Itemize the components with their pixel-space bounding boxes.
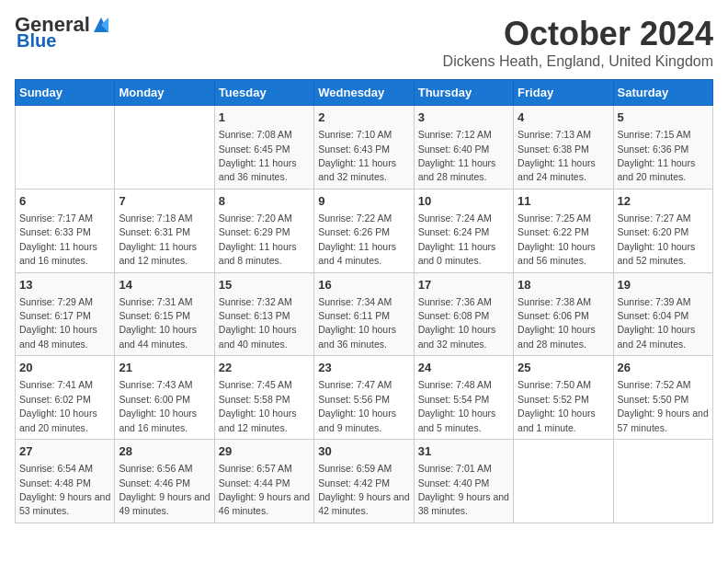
day-info: Sunrise: 7:27 AM Sunset: 6:20 PM Dayligh…: [618, 213, 696, 266]
col-header-sunday: Sunday: [16, 80, 115, 106]
day-number: 2: [318, 109, 409, 126]
day-number: 19: [618, 277, 709, 293]
day-number: 21: [119, 360, 210, 376]
main-title: October 2024: [443, 15, 713, 53]
day-info: Sunrise: 7:34 AM Sunset: 6:11 PM Dayligh…: [318, 296, 396, 350]
calendar-cell: 21Sunrise: 7:43 AM Sunset: 6:00 PM Dayli…: [115, 356, 214, 440]
day-number: 13: [19, 277, 110, 293]
calendar-cell: 17Sunrise: 7:36 AM Sunset: 6:08 PM Dayli…: [414, 272, 513, 356]
calendar-cell: 4Sunrise: 7:13 AM Sunset: 6:38 PM Daylig…: [514, 106, 613, 190]
calendar-cell: 25Sunrise: 7:50 AM Sunset: 5:52 PM Dayli…: [514, 356, 613, 440]
calendar-cell: 14Sunrise: 7:31 AM Sunset: 6:15 PM Dayli…: [115, 272, 214, 356]
day-number: 11: [518, 193, 609, 210]
day-info: Sunrise: 7:52 AM Sunset: 5:50 PM Dayligh…: [618, 379, 709, 432]
day-info: Sunrise: 7:47 AM Sunset: 5:56 PM Dayligh…: [318, 379, 396, 432]
calendar-cell: 12Sunrise: 7:27 AM Sunset: 6:20 PM Dayli…: [613, 189, 712, 272]
calendar-cell: 3Sunrise: 7:12 AM Sunset: 6:40 PM Daylig…: [414, 106, 513, 190]
day-number: 3: [418, 109, 509, 126]
day-number: 8: [219, 193, 310, 210]
logo-icon: [92, 16, 110, 34]
day-number: 22: [219, 360, 310, 376]
calendar-cell: 28Sunrise: 6:56 AM Sunset: 4:46 PM Dayli…: [115, 440, 214, 523]
day-number: 14: [119, 277, 210, 293]
calendar-cell: 11Sunrise: 7:25 AM Sunset: 6:22 PM Dayli…: [514, 189, 613, 272]
day-number: 23: [318, 360, 409, 376]
day-info: Sunrise: 7:18 AM Sunset: 6:31 PM Dayligh…: [119, 213, 197, 266]
calendar-cell: [16, 106, 115, 190]
day-info: Sunrise: 7:01 AM Sunset: 4:40 PM Dayligh…: [418, 463, 509, 516]
calendar-cell: 24Sunrise: 7:48 AM Sunset: 5:54 PM Dayli…: [414, 356, 513, 440]
calendar-cell: 5Sunrise: 7:15 AM Sunset: 6:36 PM Daylig…: [613, 106, 712, 190]
day-number: 20: [19, 360, 110, 376]
calendar-cell: 15Sunrise: 7:32 AM Sunset: 6:13 PM Dayli…: [214, 272, 313, 356]
day-info: Sunrise: 7:50 AM Sunset: 5:52 PM Dayligh…: [518, 379, 596, 432]
subtitle: Dickens Heath, England, United Kingdom: [443, 53, 713, 70]
day-number: 28: [119, 443, 210, 460]
day-info: Sunrise: 7:43 AM Sunset: 6:00 PM Dayligh…: [119, 379, 197, 432]
calendar-cell: 8Sunrise: 7:20 AM Sunset: 6:29 PM Daylig…: [214, 189, 313, 272]
calendar-cell: 22Sunrise: 7:45 AM Sunset: 5:58 PM Dayli…: [214, 356, 313, 440]
day-number: 4: [518, 109, 609, 126]
day-info: Sunrise: 7:17 AM Sunset: 6:33 PM Dayligh…: [19, 213, 97, 266]
calendar-cell: 30Sunrise: 6:59 AM Sunset: 4:42 PM Dayli…: [314, 440, 414, 523]
day-info: Sunrise: 7:48 AM Sunset: 5:54 PM Dayligh…: [418, 379, 496, 432]
day-number: 5: [618, 109, 709, 126]
calendar-week-5: 27Sunrise: 6:54 AM Sunset: 4:48 PM Dayli…: [16, 440, 713, 523]
day-info: Sunrise: 7:32 AM Sunset: 6:13 PM Dayligh…: [219, 296, 297, 350]
day-info: Sunrise: 7:13 AM Sunset: 6:38 PM Dayligh…: [518, 129, 596, 182]
calendar-cell: 2Sunrise: 7:10 AM Sunset: 6:43 PM Daylig…: [314, 106, 414, 190]
day-info: Sunrise: 6:54 AM Sunset: 4:48 PM Dayligh…: [19, 463, 110, 516]
day-number: 16: [318, 277, 409, 293]
day-number: 18: [518, 277, 609, 293]
day-info: Sunrise: 7:24 AM Sunset: 6:24 PM Dayligh…: [418, 213, 496, 266]
day-number: 30: [318, 443, 409, 460]
calendar-cell: 1Sunrise: 7:08 AM Sunset: 6:45 PM Daylig…: [214, 106, 313, 190]
calendar-header-row: SundayMondayTuesdayWednesdayThursdayFrid…: [16, 80, 713, 106]
day-info: Sunrise: 7:41 AM Sunset: 6:02 PM Dayligh…: [19, 379, 97, 432]
day-number: 1: [219, 109, 310, 126]
day-number: 31: [418, 443, 509, 460]
day-number: 12: [618, 193, 709, 210]
day-info: Sunrise: 7:15 AM Sunset: 6:36 PM Dayligh…: [618, 129, 696, 182]
calendar-week-3: 13Sunrise: 7:29 AM Sunset: 6:17 PM Dayli…: [16, 272, 713, 356]
calendar-table: SundayMondayTuesdayWednesdayThursdayFrid…: [15, 79, 713, 523]
calendar-cell: 7Sunrise: 7:18 AM Sunset: 6:31 PM Daylig…: [115, 189, 214, 272]
col-header-saturday: Saturday: [613, 80, 712, 106]
calendar-cell: 19Sunrise: 7:39 AM Sunset: 6:04 PM Dayli…: [613, 272, 712, 356]
calendar-cell: 10Sunrise: 7:24 AM Sunset: 6:24 PM Dayli…: [414, 189, 513, 272]
logo: General Blue: [15, 15, 110, 50]
day-info: Sunrise: 7:38 AM Sunset: 6:06 PM Dayligh…: [518, 296, 596, 350]
day-number: 26: [618, 360, 709, 376]
calendar-cell: 23Sunrise: 7:47 AM Sunset: 5:56 PM Dayli…: [314, 356, 414, 440]
calendar-cell: 13Sunrise: 7:29 AM Sunset: 6:17 PM Dayli…: [16, 272, 115, 356]
day-info: Sunrise: 7:25 AM Sunset: 6:22 PM Dayligh…: [518, 213, 596, 266]
calendar-week-2: 6Sunrise: 7:17 AM Sunset: 6:33 PM Daylig…: [16, 189, 713, 272]
day-number: 17: [418, 277, 509, 293]
day-number: 24: [418, 360, 509, 376]
day-info: Sunrise: 7:08 AM Sunset: 6:45 PM Dayligh…: [219, 129, 297, 182]
day-info: Sunrise: 7:39 AM Sunset: 6:04 PM Dayligh…: [618, 296, 696, 350]
day-info: Sunrise: 7:22 AM Sunset: 6:26 PM Dayligh…: [318, 213, 396, 266]
day-number: 7: [119, 193, 210, 210]
day-info: Sunrise: 6:59 AM Sunset: 4:42 PM Dayligh…: [318, 463, 409, 516]
day-number: 27: [19, 443, 110, 460]
day-number: 10: [418, 193, 509, 210]
day-info: Sunrise: 7:20 AM Sunset: 6:29 PM Dayligh…: [219, 213, 297, 266]
calendar-cell: [514, 440, 613, 523]
logo-blue: Blue: [17, 31, 56, 50]
page-header: General Blue October 2024 Dickens Heath,…: [15, 15, 713, 70]
calendar-cell: 29Sunrise: 6:57 AM Sunset: 4:44 PM Dayli…: [214, 440, 313, 523]
calendar-cell: [115, 106, 214, 190]
calendar-cell: 27Sunrise: 6:54 AM Sunset: 4:48 PM Dayli…: [16, 440, 115, 523]
col-header-friday: Friday: [514, 80, 613, 106]
day-number: 6: [19, 193, 110, 210]
calendar-cell: 16Sunrise: 7:34 AM Sunset: 6:11 PM Dayli…: [314, 272, 414, 356]
calendar-cell: 20Sunrise: 7:41 AM Sunset: 6:02 PM Dayli…: [16, 356, 115, 440]
day-number: 9: [318, 193, 409, 210]
calendar-cell: 31Sunrise: 7:01 AM Sunset: 4:40 PM Dayli…: [414, 440, 513, 523]
calendar-cell: 9Sunrise: 7:22 AM Sunset: 6:26 PM Daylig…: [314, 189, 414, 272]
day-info: Sunrise: 7:12 AM Sunset: 6:40 PM Dayligh…: [418, 129, 496, 182]
day-number: 25: [518, 360, 609, 376]
col-header-monday: Monday: [115, 80, 214, 106]
col-header-wednesday: Wednesday: [314, 80, 414, 106]
